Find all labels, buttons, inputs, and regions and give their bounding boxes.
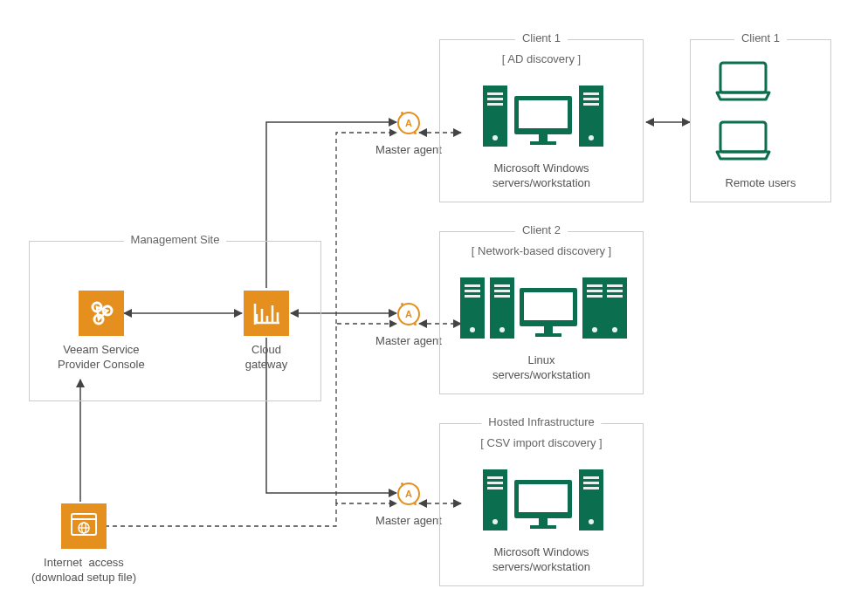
client1b-caption: Remote users — [691, 176, 830, 191]
svg-rect-10 — [72, 514, 96, 535]
client1-box: Client 1 [ AD discovery ] Microsoft Wind… — [439, 39, 644, 202]
vspc-label: Veeam Service Provider Console — [58, 343, 145, 373]
globe-icon — [61, 503, 107, 549]
client1-title: Client 1 — [515, 31, 568, 44]
hosted-discovery: [ CSV import discovery ] — [440, 436, 643, 449]
laptops-icon — [691, 59, 830, 173]
client1-servers — [440, 80, 643, 150]
client1-caption: Microsoft Windows servers/workstation — [440, 161, 643, 191]
internet-label: Internet access (download setup file) — [31, 556, 136, 585]
client1b-box: Client 1 Remote users — [690, 39, 831, 202]
hosted-title: Hosted Infrastructure — [481, 415, 601, 428]
hosted-caption: Microsoft Windows servers/workstation — [440, 545, 643, 575]
client2-title: Client 2 — [515, 223, 568, 236]
agent-icon: A — [397, 303, 420, 325]
client2-caption: Linux servers/workstation — [440, 353, 643, 383]
agent-label-1: Master agent — [371, 143, 446, 158]
agent-icon: A — [397, 483, 420, 505]
client2-discovery: [ Network-based discovery ] — [440, 244, 643, 257]
vspc-node: Veeam Service Provider Console — [58, 291, 145, 373]
internet-node: Internet access (download setup file) — [58, 503, 110, 585]
vspc-icon — [79, 291, 124, 336]
client2-box: Client 2 [ Network-based discovery ] Lin… — [439, 231, 644, 394]
hosted-box: Hosted Infrastructure [ CSV import disco… — [439, 423, 644, 586]
hosted-servers — [440, 464, 643, 534]
master-agent-2: A Master agent — [397, 303, 420, 349]
cloud-gateway-icon — [244, 291, 289, 336]
agent-label-2: Master agent — [371, 334, 446, 349]
client2-servers — [440, 272, 643, 342]
cloud-gateway-node: Cloud gateway — [244, 291, 289, 373]
master-agent-3: A Master agent — [397, 483, 420, 529]
management-site-title: Management Site — [124, 233, 227, 246]
agent-label-3: Master agent — [371, 514, 446, 529]
cloud-gateway-label: Cloud gateway — [244, 343, 289, 373]
client1-discovery: [ AD discovery ] — [440, 52, 643, 65]
master-agent-1: A Master agent — [397, 112, 420, 158]
agent-icon: A — [397, 112, 420, 134]
client1b-title: Client 1 — [734, 31, 787, 44]
